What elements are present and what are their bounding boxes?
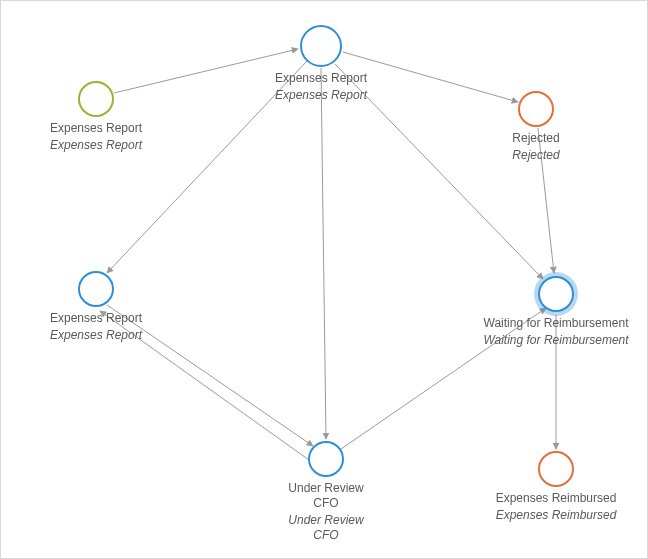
edge-top-cfo: [321, 68, 326, 439]
circle-icon: [308, 441, 344, 477]
circle-icon: [518, 91, 554, 127]
node-subtitle: Expenses Report: [6, 328, 186, 343]
circle-icon: [78, 81, 114, 117]
node-expenses-reimbursed: Expenses Reimbursed Expenses Reimbursed: [466, 451, 646, 523]
circle-icon: [538, 276, 574, 312]
circle-icon: [78, 271, 114, 307]
node-subtitle: Waiting for Reimbursement: [466, 333, 646, 348]
node-subtitle: Expenses Report: [6, 138, 186, 153]
node-subtitle: Expenses Report: [231, 88, 411, 103]
workflow-diagram: Expenses Report Expenses Report Expenses…: [0, 0, 648, 559]
node-title: Expenses Reimbursed: [466, 491, 646, 506]
node-waiting-reimbursement: Waiting for Reimbursement Waiting for Re…: [466, 276, 646, 348]
node-under-review-cfo: Under Review CFO Under Review CFO: [236, 441, 416, 543]
node-expenses-report-top: Expenses Report Expenses Report: [231, 25, 411, 103]
node-title: Under Review CFO: [236, 481, 416, 511]
node-subtitle: Rejected: [446, 148, 626, 163]
node-subtitle: Under Review CFO: [236, 513, 416, 543]
node-expenses-report-left: Expenses Report Expenses Report: [6, 271, 186, 343]
node-subtitle: Expenses Reimbursed: [466, 508, 646, 523]
node-rejected: Rejected Rejected: [446, 91, 626, 163]
node-title: Rejected: [446, 131, 626, 146]
node-title: Waiting for Reimbursement: [466, 316, 646, 331]
node-expenses-report-source: Expenses Report Expenses Report: [6, 81, 186, 153]
node-title: Expenses Report: [6, 311, 186, 326]
node-title: Expenses Report: [231, 71, 411, 86]
node-title: Expenses Report: [6, 121, 186, 136]
circle-icon: [300, 25, 342, 67]
circle-icon: [538, 451, 574, 487]
